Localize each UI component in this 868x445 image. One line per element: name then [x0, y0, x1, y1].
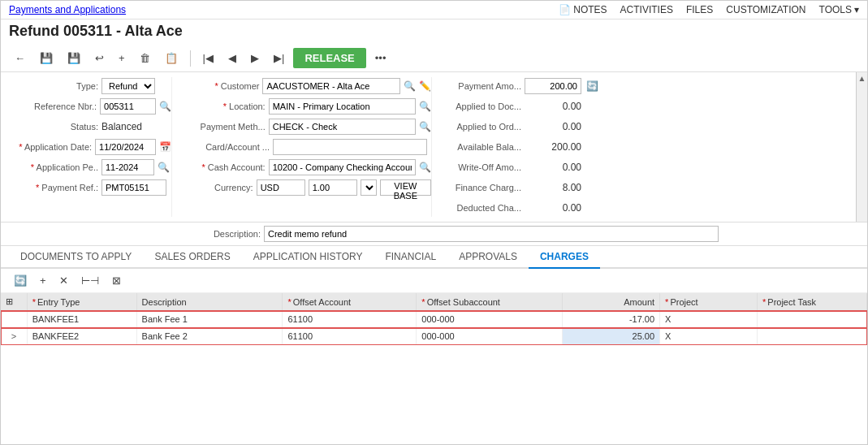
release-button[interactable]: RELEASE [293, 48, 365, 68]
col-header-project-task: Project Task [758, 293, 867, 311]
cell-project[interactable]: X [660, 328, 758, 345]
undo-button[interactable]: ↩ [89, 49, 110, 67]
cell-offset-account[interactable]: 61100 [283, 328, 417, 345]
breadcrumb-link[interactable]: Payments and Applications [9, 4, 126, 15]
form-scrollbar[interactable]: ▲ [856, 72, 867, 222]
cell-amount[interactable]: -17.00 [563, 311, 660, 328]
grid-delete-button[interactable]: ✕ [54, 272, 73, 289]
payment-amount-refresh-icon[interactable]: 🔄 [586, 80, 598, 92]
grid-export-button[interactable]: ⊠ [107, 272, 126, 289]
description-row: Description: [1, 222, 867, 246]
cell-project[interactable]: X [660, 311, 758, 328]
notes-icon: 📄 [559, 4, 571, 15]
cell-description[interactable]: Bank Fee 1 [136, 311, 283, 328]
grid-fit-button[interactable]: ⊢⊣ [76, 272, 104, 289]
grid-toolbar: 🔄 + ✕ ⊢⊣ ⊠ [1, 269, 867, 293]
tab-sales-orders[interactable]: SALES ORDERS [143, 246, 241, 269]
form-col-2: Customer 🔍 ✏️ Location: 🔍 Payment Meth..… [171, 77, 431, 217]
cell-project-task[interactable] [758, 311, 867, 328]
status-value: Balanced [101, 121, 142, 132]
currency-rate-select[interactable] [361, 179, 377, 196]
files-nav[interactable]: FILES [686, 4, 713, 15]
customer-input[interactable] [262, 78, 400, 94]
applied-doc-value: 0.00 [525, 101, 581, 112]
card-account-input[interactable] [273, 139, 427, 155]
applied-doc-row: Applied to Doc... 0.00 [440, 97, 848, 115]
currency-row: Currency: VIEW BASE [180, 179, 431, 197]
payment-method-input[interactable] [269, 119, 416, 135]
ref-search-icon[interactable]: 🔍 [159, 101, 171, 112]
form-row-area: Type: Refund Reference Nbr.: 🔍 Status: B… [9, 77, 848, 217]
grid-add-button[interactable]: + [35, 272, 51, 289]
copy-button[interactable]: 📋 [159, 49, 184, 67]
tools-nav[interactable]: TOOLS ▾ [819, 4, 859, 15]
cash-account-row: Cash Account: 🔍 [180, 158, 431, 176]
first-button[interactable]: |◀ [197, 49, 219, 67]
grid-refresh-button[interactable]: 🔄 [9, 272, 32, 289]
last-button[interactable]: ▶| [268, 49, 290, 67]
app-date-input[interactable] [95, 139, 156, 155]
cash-account-input[interactable] [269, 159, 416, 175]
tab-charges[interactable]: CHARGES [529, 246, 600, 269]
payment-method-search-icon[interactable]: 🔍 [419, 121, 431, 132]
finance-chg-row: Finance Charg... 8.00 [440, 179, 848, 197]
cell-offset-subaccount[interactable]: 000-000 [417, 311, 563, 328]
table-row[interactable]: BANKFEE1 Bank Fee 1 61100 000-000 -17.00… [1, 311, 867, 328]
cell-entry-type[interactable]: BANKFEE1 [27, 311, 136, 328]
cell-project-task[interactable] [758, 328, 867, 345]
view-base-button[interactable]: VIEW BASE [380, 179, 431, 196]
calendar-icon[interactable]: 📅 [159, 141, 171, 153]
currency-rate-input[interactable] [309, 179, 357, 196]
save-draft-button[interactable]: 💾 [34, 49, 58, 67]
prev-button[interactable]: ◀ [222, 49, 242, 67]
tab-approvals[interactable]: APPROVALS [447, 246, 529, 269]
type-row: Type: Refund [9, 77, 171, 95]
customer-edit-icon[interactable]: ✏️ [419, 80, 431, 92]
location-search-icon[interactable]: 🔍 [419, 101, 431, 112]
save-button[interactable]: 💾 [62, 49, 86, 67]
scroll-up-arrow[interactable]: ▲ [858, 74, 866, 83]
deducted-cha-value: 0.00 [525, 202, 581, 214]
description-input[interactable] [264, 226, 719, 242]
payment-ref-row: Payment Ref.: [9, 179, 171, 197]
period-search-icon[interactable]: 🔍 [158, 162, 170, 173]
card-account-label: Card/Account ... [180, 142, 270, 152]
tab-financial[interactable]: FINANCIAL [374, 246, 447, 269]
notes-nav[interactable]: 📄 NOTES [559, 4, 607, 15]
customer-search-icon[interactable]: 🔍 [404, 80, 416, 92]
app-date-row: Application Date: 📅 [9, 138, 171, 156]
add-button[interactable]: + [113, 49, 131, 67]
back-button[interactable]: ← [9, 49, 31, 67]
currency-input[interactable] [257, 179, 305, 196]
cell-description[interactable]: Bank Fee 2 [136, 328, 283, 345]
delete-button[interactable]: 🗑 [134, 49, 156, 67]
ref-input[interactable] [100, 98, 156, 114]
customization-nav[interactable]: CUSTOMIZATION [726, 4, 805, 15]
payment-amount-input[interactable] [525, 78, 581, 94]
breadcrumb-area: Payments and Applications [9, 4, 126, 15]
form-col-3: Payment Amo... 🔄 Applied to Doc... 0.00 … [431, 77, 848, 217]
cash-account-search-icon[interactable]: 🔍 [419, 162, 431, 173]
description-label: Description: [171, 229, 261, 239]
table-row[interactable]: > BANKFEE2 Bank Fee 2 61100 000-000 25.0… [1, 328, 867, 345]
cell-amount[interactable]: 25.00 [563, 328, 660, 345]
finance-chg-label: Finance Charg... [440, 183, 521, 192]
location-input[interactable] [269, 98, 416, 114]
more-button[interactable]: ••• [369, 49, 392, 67]
col-header-description: Description [136, 293, 283, 311]
type-select[interactable]: Refund [101, 78, 155, 94]
payment-amount-row: Payment Amo... 🔄 [440, 77, 848, 95]
tab-app-history[interactable]: APPLICATION HISTORY [242, 246, 374, 269]
payment-ref-input[interactable] [101, 179, 166, 196]
cell-offset-subaccount[interactable]: 000-000 [417, 328, 563, 345]
available-bal-row: Available Bala... 200.00 [440, 138, 848, 156]
app-period-input[interactable] [101, 159, 154, 175]
cell-offset-account[interactable]: 61100 [283, 311, 417, 328]
writeoff-value: 0.00 [525, 162, 581, 173]
tab-documents[interactable]: DOCUMENTS TO APPLY [9, 246, 143, 269]
col-header-project: Project [660, 293, 758, 311]
next-button[interactable]: ▶ [245, 49, 265, 67]
cell-entry-type[interactable]: BANKFEE2 [27, 328, 136, 345]
activities-nav[interactable]: ACTIVITIES [620, 4, 673, 15]
location-label: Location: [180, 102, 266, 111]
